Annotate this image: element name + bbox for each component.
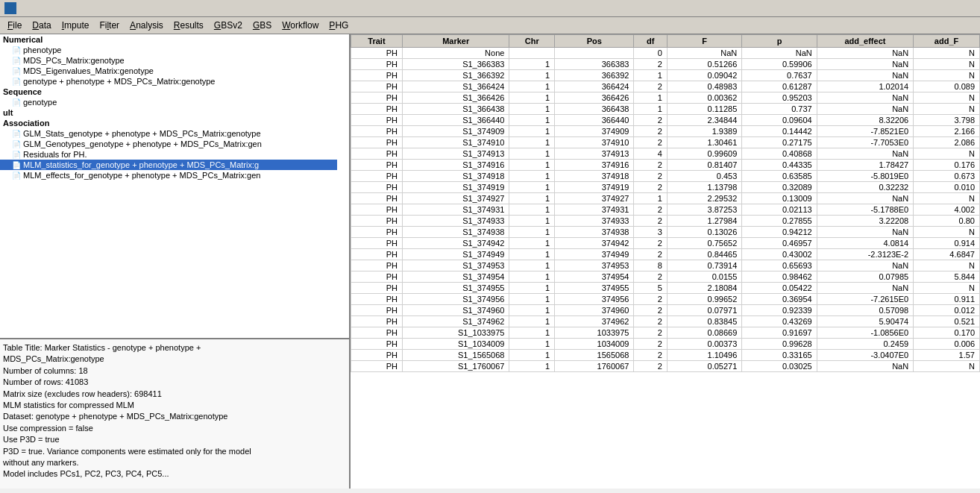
- table-cell: 0.94212: [742, 227, 817, 238]
- column-header[interactable]: Marker: [402, 35, 509, 48]
- table-cell: 2: [634, 216, 668, 227]
- table-cell: 2.166: [914, 126, 980, 137]
- tree-item-label: phenotype: [23, 45, 61, 54]
- table-cell: 5: [634, 283, 668, 294]
- column-header[interactable]: p: [742, 35, 817, 48]
- table-cell: PH: [351, 350, 403, 361]
- tree-area[interactable]: Numerical📄phenotype📄MDS_PCs_Matrix:genot…: [0, 34, 349, 339]
- table-cell: 0.51266: [667, 59, 741, 70]
- tree-item[interactable]: 📄genotype + phenotype + MDS_PCs_Matrix:g…: [0, 76, 337, 87]
- table-cell: 2: [634, 59, 668, 70]
- column-header[interactable]: Chr: [509, 35, 555, 48]
- tree-item[interactable]: 📄MLM_effects_for_genotype + phenotype + …: [0, 170, 337, 180]
- table-cell: PH: [351, 204, 403, 216]
- menu-item-gbsv2[interactable]: GBSv2: [210, 19, 247, 32]
- tree-item[interactable]: 📄MLM_statistics_for_genotype + phenotype…: [0, 160, 337, 170]
- right-panel[interactable]: TraitMarkerChrPosdfFpadd_effectadd_F PHN…: [351, 34, 980, 489]
- menu-item-file[interactable]: File: [3, 19, 26, 32]
- table-cell: S1_1034009: [402, 339, 509, 350]
- menu-item-gbs[interactable]: GBS: [248, 19, 276, 32]
- tree-item[interactable]: 📄GLM_Genotypes_genotype + phenotype + MD…: [0, 139, 337, 149]
- table-cell: 1: [509, 104, 555, 115]
- tree-item[interactable]: 📄GLM_Stats_genotype + phenotype + MDS_PC…: [0, 128, 337, 139]
- menu-item-impute[interactable]: Impute: [57, 19, 94, 32]
- table-cell: NaN: [817, 260, 913, 271]
- table-cell: 1: [509, 305, 555, 316]
- table-cell: PH: [351, 227, 403, 238]
- table-cell: 0.176: [914, 160, 980, 171]
- table-cell: PH: [351, 316, 403, 327]
- column-header[interactable]: Trait: [351, 35, 403, 48]
- table-cell: 374910: [555, 137, 634, 148]
- table-cell: 1: [509, 361, 555, 372]
- tree-item: Numerical: [0, 34, 337, 45]
- table-cell: 1: [509, 92, 555, 104]
- column-header[interactable]: add_effect: [817, 35, 913, 48]
- table-cell: 0.84465: [667, 249, 741, 260]
- table-cell: 3.798: [914, 115, 980, 126]
- table-cell: N: [914, 59, 980, 70]
- title-bar: [0, 0, 980, 17]
- table-cell: S1_374913: [402, 148, 509, 160]
- table-cell: 374933: [555, 216, 634, 227]
- table-cell: 1: [509, 350, 555, 361]
- table-cell: 0.010: [914, 182, 980, 193]
- column-header[interactable]: add_F: [914, 35, 980, 48]
- table-cell: 366440: [555, 115, 634, 126]
- table-cell: 0.737: [742, 104, 817, 115]
- table-cell: 2: [634, 137, 668, 148]
- table-cell: 0.27175: [742, 137, 817, 148]
- table-cell: NaN: [667, 48, 741, 59]
- table-cell: [555, 48, 634, 59]
- table-cell: PH: [351, 216, 403, 227]
- tree-item[interactable]: 📄MDS_PCs_Matrix:genotype: [0, 55, 337, 66]
- table-cell: 0.05271: [667, 361, 741, 372]
- menu-item-phg[interactable]: PHG: [324, 19, 353, 32]
- menu-item-workflow[interactable]: Workflow: [277, 19, 323, 32]
- table-cell: PH: [351, 81, 403, 92]
- table-cell: 0.673: [914, 171, 980, 182]
- menu-item-filter[interactable]: Filter: [95, 19, 124, 32]
- table-cell: 374962: [555, 316, 634, 327]
- table-cell: 0.99652: [667, 294, 741, 305]
- table-cell: 0.48983: [667, 81, 741, 92]
- table-cell: 0.089: [914, 81, 980, 92]
- table-cell: 2.086: [914, 137, 980, 148]
- table-cell: 374954: [555, 271, 634, 283]
- table-cell: 0.09042: [667, 70, 741, 81]
- menu-item-results[interactable]: Results: [169, 19, 208, 32]
- table-cell: S1_1033975: [402, 327, 509, 339]
- table-cell: NaN: [817, 283, 913, 294]
- table-cell: NaN: [817, 59, 913, 70]
- doc-icon: 📄: [12, 151, 21, 159]
- column-header[interactable]: Pos: [555, 35, 634, 48]
- table-cell: 1: [634, 193, 668, 204]
- table-cell: -7.7053E0: [817, 137, 913, 148]
- menu-item-analysis[interactable]: Analysis: [125, 19, 168, 32]
- tree-item[interactable]: 📄phenotype: [0, 45, 337, 55]
- table-cell: -2.3123E-2: [817, 249, 913, 260]
- table-cell: 0.73914: [667, 260, 741, 271]
- table-cell: 366426: [555, 92, 634, 104]
- table-cell: 1: [509, 216, 555, 227]
- tree-item[interactable]: 📄genotype: [0, 97, 337, 107]
- table-cell: S1_374949: [402, 249, 509, 260]
- column-header[interactable]: F: [667, 35, 741, 48]
- tree-item[interactable]: 📄Residuals for PH.: [0, 149, 337, 160]
- table-row: PHS1_366426136642610.003620.95203NaNN: [351, 92, 980, 104]
- column-header[interactable]: df: [634, 35, 668, 48]
- doc-icon: 📄: [12, 67, 21, 75]
- table-cell: S1_374910: [402, 137, 509, 148]
- tree-scroll[interactable]: Numerical📄phenotype📄MDS_PCs_Matrix:genot…: [0, 34, 349, 338]
- table-row: PHS1_10339751103397520.086690.91697-1.08…: [351, 327, 980, 339]
- table-cell: 0: [634, 48, 668, 59]
- info-line: Table Title: Marker Statistics - genotyp…: [3, 342, 346, 354]
- table-cell: S1_374909: [402, 126, 509, 137]
- tree-item: Sequence: [0, 87, 337, 97]
- table-cell: 1: [509, 260, 555, 271]
- table-row: PHS1_374962137496220.838450.432695.90474…: [351, 316, 980, 327]
- menu-item-data[interactable]: Data: [28, 19, 55, 32]
- table-cell: S1_374938: [402, 227, 509, 238]
- tree-item[interactable]: 📄MDS_Eigenvalues_Matrix:genotype: [0, 66, 337, 76]
- tree-item-label: MDS_Eigenvalues_Matrix:genotype: [23, 66, 154, 75]
